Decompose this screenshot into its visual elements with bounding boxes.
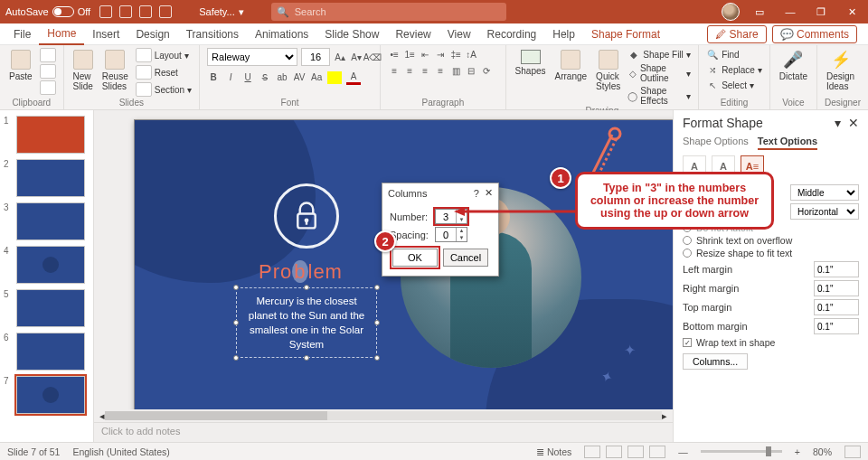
redo-icon[interactable]	[139, 5, 152, 18]
arrange-button[interactable]: Arrange	[553, 48, 590, 83]
align-left-button[interactable]: ≡	[388, 64, 401, 77]
autosave-toggle[interactable]: AutoSave Off	[5, 6, 90, 17]
notes-toggle[interactable]: ≣ Notes	[536, 446, 571, 457]
scroll-right-icon[interactable]: ▸	[662, 410, 667, 422]
zoom-level[interactable]: 80%	[813, 446, 832, 457]
zoom-in-button[interactable]: +	[795, 446, 800, 457]
tab-review[interactable]: Review	[387, 24, 439, 44]
clear-format-icon[interactable]: A⌫	[366, 51, 379, 63]
find-button[interactable]: 🔍Find	[706, 48, 739, 61]
language-status[interactable]: English (United States)	[72, 446, 169, 457]
tab-slideshow[interactable]: Slide Show	[316, 24, 387, 44]
spacing-spinner[interactable]: ▲▼	[435, 227, 467, 242]
bottom-margin-input[interactable]	[814, 318, 859, 334]
font-color-button[interactable]: A	[346, 70, 361, 85]
format-painter-button[interactable]	[40, 80, 56, 95]
slideshow-view-button[interactable]	[649, 446, 665, 458]
spin-up-icon[interactable]: ▲	[457, 228, 467, 235]
user-avatar[interactable]	[722, 3, 740, 21]
ok-button[interactable]: OK	[392, 249, 438, 267]
numbering-button[interactable]: 1≡	[403, 48, 416, 61]
sorter-view-button[interactable]	[606, 446, 622, 458]
strike-button[interactable]: S̶	[259, 71, 271, 84]
justify-button[interactable]: ≡	[434, 64, 447, 77]
line-spacing-button[interactable]: ‡≡	[449, 48, 462, 61]
thumbnail-4[interactable]: 4	[4, 246, 90, 284]
dictate-button[interactable]: 🎤Dictate	[778, 48, 809, 83]
notes-pane[interactable]: Click to add notes	[94, 422, 673, 442]
tab-file[interactable]: File	[5, 24, 39, 44]
tab-transitions[interactable]: Transitions	[178, 24, 247, 44]
save-icon[interactable]	[99, 5, 112, 18]
design-ideas-button[interactable]: ⚡Design Ideas	[825, 48, 856, 93]
reuse-slides-button[interactable]: Reuse Slides	[100, 48, 130, 93]
slide-thumbnails[interactable]: 1 2 3 4 5 6 7	[0, 110, 94, 442]
shape-fill-button[interactable]: ◆Shape Fill ▾	[627, 48, 691, 61]
dialog-help-icon[interactable]: ?	[474, 188, 479, 199]
fit-to-window-button[interactable]	[844, 446, 861, 458]
tab-recording[interactable]: Recording	[479, 24, 545, 44]
highlight-button[interactable]	[327, 71, 342, 84]
spacing-input[interactable]	[436, 228, 456, 241]
smartart-button[interactable]: ⟳	[480, 64, 493, 77]
slide-counter[interactable]: Slide 7 of 51	[7, 446, 60, 457]
columns-button[interactable]: ▥	[449, 64, 462, 77]
columns-button[interactable]: Columns...	[683, 353, 748, 370]
tab-insert[interactable]: Insert	[84, 24, 127, 44]
text-direction-button[interactable]: ↕A	[465, 48, 477, 61]
left-margin-input[interactable]	[814, 261, 859, 277]
underline-button[interactable]: U	[241, 71, 254, 84]
layout-button[interactable]: Layout ▾	[136, 48, 192, 62]
reading-view-button[interactable]	[627, 446, 644, 458]
thumbnail-2[interactable]: 2	[4, 159, 90, 197]
close-button[interactable]: ✕	[841, 3, 863, 21]
thumbnail-1[interactable]: 1	[4, 116, 90, 154]
text-options-tab[interactable]: Text Options	[758, 136, 817, 150]
opt-shrink[interactable]: Shrink text on overflow	[683, 235, 859, 246]
normal-view-button[interactable]	[584, 446, 600, 458]
thumbnail-7[interactable]: 7	[4, 376, 90, 414]
spin-down-icon[interactable]: ▼	[457, 235, 467, 242]
textdir-select[interactable]: Horizontal	[790, 203, 859, 220]
thumbnail-5[interactable]: 5	[4, 289, 90, 327]
panel-close-icon[interactable]: ✕	[848, 116, 859, 130]
right-margin-input[interactable]	[814, 280, 859, 296]
panel-dropdown-icon[interactable]: ▾	[835, 116, 841, 130]
shapes-button[interactable]: Shapes	[514, 48, 548, 78]
font-size-input[interactable]	[301, 48, 330, 66]
decrease-font-icon[interactable]: A▾	[350, 51, 363, 63]
cancel-button[interactable]: Cancel	[443, 249, 488, 267]
align-center-button[interactable]: ≡	[403, 64, 416, 77]
select-button[interactable]: ↖Select ▾	[706, 79, 754, 91]
thumbnail-6[interactable]: 6	[4, 333, 90, 371]
search-box[interactable]: 🔍 Search	[271, 3, 506, 21]
document-name[interactable]: Safety... ▾	[199, 6, 244, 18]
increase-font-icon[interactable]: A▴	[334, 51, 346, 63]
number-input[interactable]	[436, 210, 456, 223]
thumbnail-3[interactable]: 3	[4, 202, 90, 240]
horizontal-scrollbar[interactable]: ◂ ▸	[94, 409, 673, 422]
bold-button[interactable]: B	[207, 71, 220, 84]
undo-icon[interactable]	[119, 5, 132, 18]
slide-textbox[interactable]: Mercury is the closest planet to the Sun…	[236, 287, 377, 358]
tab-help[interactable]: Help	[544, 24, 583, 44]
char-spacing-button[interactable]: AV	[293, 71, 306, 84]
shape-effects-button[interactable]: ◯Shape Effects ▾	[627, 86, 691, 106]
shape-options-tab[interactable]: Shape Options	[683, 136, 749, 150]
replace-button[interactable]: ⤭Replace ▾	[706, 63, 762, 76]
zoom-slider[interactable]	[701, 450, 782, 453]
bullets-button[interactable]: •≡	[388, 48, 401, 61]
change-case-button[interactable]: Aa	[310, 71, 323, 84]
dialog-close-icon[interactable]: ✕	[485, 187, 493, 199]
share-button[interactable]: 🖉 Share	[707, 25, 766, 43]
reset-button[interactable]: Reset	[136, 65, 192, 80]
slide-title[interactable]: Problem	[259, 260, 343, 284]
spin-down-icon[interactable]: ▼	[457, 217, 467, 224]
shape-outline-button[interactable]: ◇Shape Outline ▾	[627, 63, 691, 83]
wrap-text-check[interactable]: ✓Wrap text in shape	[683, 337, 859, 348]
tab-home[interactable]: Home	[39, 23, 84, 45]
tab-view[interactable]: View	[439, 24, 479, 44]
indent-inc-button[interactable]: ⇥	[434, 48, 447, 61]
shadow-button[interactable]: ab	[276, 71, 288, 84]
top-margin-input[interactable]	[814, 299, 859, 315]
